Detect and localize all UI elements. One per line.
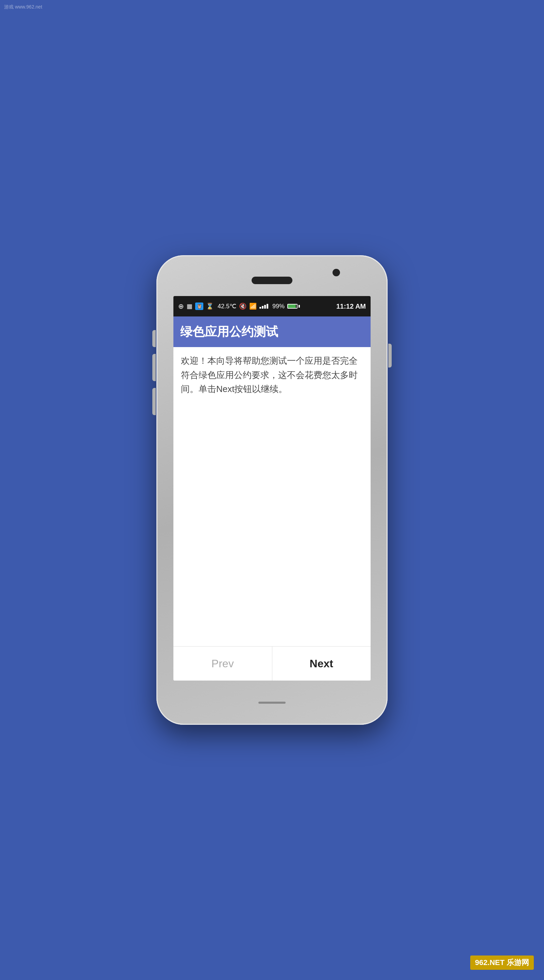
status-icons-right: 11:12 AM [336,302,366,310]
battery-icon [287,304,300,309]
phone-camera [333,269,340,276]
volume-up-button [152,330,156,347]
hourglass-icon: ⌛ [206,302,214,310]
phone-speaker [252,277,292,284]
wifi-icon: 📶 [249,302,257,310]
home-button-area [259,702,285,704]
owl-icon: 🦉 [195,302,203,310]
phone-top [156,255,388,296]
sim-icon: ▦ [187,302,192,310]
app-title-bar: 绿色应用公约测试 [173,317,371,347]
bottom-navigation: Prev Next [173,646,371,681]
battery-percent: 99% [272,303,285,310]
temperature-display: 42.5℃ [217,302,236,310]
silent-button [152,388,156,415]
watermark-top-left: 游戏 www.962.net [4,4,42,10]
screen: ⊕ ▦ 🦉 ⌛ 42.5℃ 🔇 📶 [173,296,371,681]
mute-icon: 🔇 [239,302,246,310]
welcome-text: 欢迎！本向导将帮助您测试一个应用是否完全符合绿色应用公约要求，这不会花费您太多时… [181,354,363,396]
app-title: 绿色应用公约测试 [180,324,278,340]
phone-bottom [156,681,388,725]
status-bar: ⊕ ▦ 🦉 ⌛ 42.5℃ 🔇 📶 [173,296,371,317]
home-bar [259,702,285,704]
watermark-bottom-right: 962.NET 乐游网 [470,956,534,970]
next-button[interactable]: Next [272,646,371,681]
content-area: 欢迎！本向导将帮助您测试一个应用是否完全符合绿色应用公约要求，这不会花费您太多时… [173,347,371,646]
volume-down-button [152,354,156,381]
prev-button[interactable]: Prev [173,646,272,681]
status-icons-left: ⊕ ▦ 🦉 ⌛ 42.5℃ 🔇 📶 [178,302,300,310]
phone-shell: ⊕ ▦ 🦉 ⌛ 42.5℃ 🔇 📶 [156,255,388,725]
power-button [388,344,392,368]
signal-bars [259,304,268,309]
add-icon: ⊕ [178,302,184,310]
time-display: 11:12 AM [336,302,366,310]
